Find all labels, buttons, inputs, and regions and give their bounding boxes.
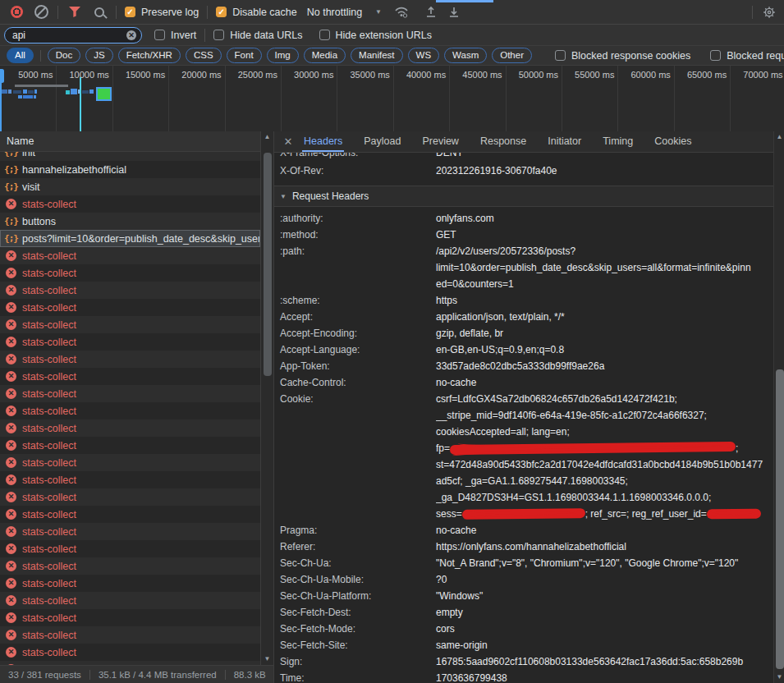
filter-checkbox[interactable]: ✓: [555, 50, 566, 61]
search-button[interactable]: [91, 4, 108, 21]
request-row[interactable]: ✕stats-collect: [0, 264, 260, 282]
request-row[interactable]: ✕stats-collect: [0, 506, 260, 523]
request-name-label: stats-collect: [22, 492, 76, 503]
request-name-label: stats-collect: [22, 647, 76, 658]
request-row[interactable]: ✕stats-collect: [0, 299, 260, 316]
request-row[interactable]: ✕stats-collect: [0, 609, 260, 626]
request-row[interactable]: {;}hannahelizabethofficial: [0, 161, 260, 178]
header-row: Accept-Encoding:gzip, deflate, br: [274, 325, 773, 342]
request-row[interactable]: ✕stats-collect: [0, 282, 260, 299]
disable-cache-checkbox[interactable]: ✓: [216, 7, 227, 17]
request-row[interactable]: {;}init: [0, 152, 260, 161]
request-list-scrollbar[interactable]: ▲ ▼: [260, 131, 273, 665]
scrollbar-thumb[interactable]: [776, 369, 784, 669]
request-row[interactable]: ✕stats-collect: [0, 592, 260, 609]
request-row[interactable]: ✕stats-collect: [0, 316, 260, 333]
filter-pill-fetch-xhr[interactable]: Fetch/XHR: [118, 48, 181, 64]
filter-pill-js[interactable]: JS: [85, 48, 112, 64]
timeline-tick-label: 45000 ms: [450, 70, 502, 80]
request-row[interactable]: ✕stats-collect: [0, 437, 260, 454]
request-row[interactable]: {;}buttons: [0, 213, 260, 230]
hide-data-urls-checkbox[interactable]: ✓: [213, 30, 224, 40]
waterfall-mark: [15, 85, 68, 87]
network-conditions-button[interactable]: [393, 4, 410, 21]
request-row[interactable]: ✕stats-collect: [0, 195, 260, 213]
tab-headers[interactable]: Headers: [302, 131, 344, 152]
filter-pill-font[interactable]: Font: [227, 48, 262, 64]
scroll-down-icon[interactable]: ▼: [774, 672, 784, 683]
request-row[interactable]: ✕stats-collect: [0, 575, 260, 592]
request-row[interactable]: ✕stats-collect: [0, 644, 260, 661]
chevron-down-icon[interactable]: ▼: [375, 8, 382, 16]
filter-toggle-button[interactable]: [66, 4, 83, 21]
filter-pill-manifest[interactable]: Manifest: [351, 48, 402, 64]
settings-button[interactable]: [761, 4, 777, 21]
request-row[interactable]: ✕stats-collect: [0, 557, 260, 575]
failed-request-icon: ✕: [5, 646, 17, 658]
network-overview-timeline[interactable]: 5000 ms10000 ms15000 ms20000 ms25000 ms3…: [0, 66, 784, 132]
filter-input[interactable]: [4, 27, 142, 44]
throttling-select[interactable]: No throttling: [307, 7, 362, 18]
filter-pill-css[interactable]: CSS: [186, 48, 222, 64]
disable-cache-checkbox-group[interactable]: ✓ Disable cache: [216, 7, 297, 18]
tab-timing[interactable]: Timing: [601, 131, 635, 152]
request-row[interactable]: ✕stats-collect: [0, 333, 260, 351]
filter-pill-wasm[interactable]: Wasm: [444, 48, 487, 64]
hide-extension-urls-checkbox[interactable]: ✓: [319, 30, 330, 40]
tab-response[interactable]: Response: [479, 131, 528, 152]
request-row[interactable]: ✕stats-collect: [0, 626, 260, 644]
preserve-log-checkbox-group[interactable]: ✓ Preserve log: [125, 7, 199, 18]
request-row[interactable]: ✕stats-collect: [0, 471, 260, 488]
header-row: Sec-Ch-Ua:"Not_A Brand";v="8", "Chromium…: [274, 555, 773, 571]
request-row[interactable]: {;}visit: [0, 178, 260, 195]
header-value-text: fp=: [436, 442, 450, 454]
request-name-label: stats-collect: [22, 268, 76, 279]
details-scrollbar[interactable]: ▲ ▼: [773, 131, 784, 683]
request-headers-section-header[interactable]: ▼ Request Headers: [274, 186, 773, 207]
filter-pill-other[interactable]: Other: [492, 48, 532, 64]
header-name: Sec-Fetch-Mode:: [274, 621, 436, 637]
request-row[interactable]: ✕stats-collect: [0, 385, 260, 402]
header-value-line: /api2/v2/users/20572336/posts?: [436, 243, 773, 259]
filter-pill-all[interactable]: All: [7, 48, 34, 64]
request-row[interactable]: ✕stats-collect: [0, 368, 260, 385]
filter-pill-ws[interactable]: WS: [408, 48, 440, 64]
scrollbar-thumb[interactable]: [264, 153, 272, 376]
tab-cookies[interactable]: Cookies: [653, 131, 693, 152]
invert-checkbox[interactable]: ✓: [154, 30, 165, 40]
filter-checkbox-group-1[interactable]: ✓Blocked requests: [710, 50, 784, 62]
request-row[interactable]: ✕stats-collect: [0, 351, 260, 368]
hide-extension-urls-checkbox-group[interactable]: ✓ Hide extension URLs: [319, 30, 432, 41]
request-row[interactable]: ✕stats-collect: [0, 540, 260, 557]
tab-payload[interactable]: Payload: [362, 131, 402, 152]
filter-checkbox-group-0[interactable]: ✓Blocked response cookies: [555, 50, 690, 62]
header-value-text: same-origin: [436, 639, 488, 651]
export-har-button[interactable]: [446, 4, 462, 21]
clear-filter-icon[interactable]: ✕: [126, 30, 136, 40]
request-row[interactable]: ✕stats-collect: [0, 419, 260, 437]
request-row-selected[interactable]: {;}posts?limit=10&order=publish_date_des…: [0, 230, 260, 247]
scroll-up-icon[interactable]: ▲: [261, 131, 273, 143]
request-row[interactable]: ✕stats-collect: [0, 488, 260, 506]
filter-pill-img[interactable]: Img: [267, 48, 299, 64]
tab-initiator[interactable]: Initiator: [546, 131, 583, 152]
scroll-down-icon[interactable]: ▼: [261, 653, 273, 665]
request-row[interactable]: ✕stats-collect: [0, 523, 260, 540]
filter-pill-doc[interactable]: Doc: [48, 48, 80, 64]
divider: [57, 6, 58, 19]
filter-checkbox[interactable]: ✓: [710, 50, 721, 61]
request-row[interactable]: ✕stats-collect: [0, 247, 260, 264]
hide-data-urls-checkbox-group[interactable]: ✓ Hide data URLs: [213, 30, 302, 41]
clear-button[interactable]: [33, 4, 49, 21]
scroll-up-icon[interactable]: ▲: [774, 131, 784, 143]
filter-pill-media[interactable]: Media: [304, 48, 346, 64]
invert-checkbox-group[interactable]: ✓ Invert: [154, 30, 196, 41]
import-har-button[interactable]: [423, 4, 439, 21]
name-column-header[interactable]: Name: [0, 131, 273, 152]
request-row[interactable]: ✕stats-collect: [0, 454, 260, 471]
close-details-button[interactable]: ✕: [274, 131, 302, 152]
tab-preview[interactable]: Preview: [420, 131, 460, 152]
preserve-log-checkbox[interactable]: ✓: [125, 7, 135, 17]
record-button[interactable]: [8, 4, 25, 21]
request-row[interactable]: ✕stats-collect: [0, 402, 260, 419]
